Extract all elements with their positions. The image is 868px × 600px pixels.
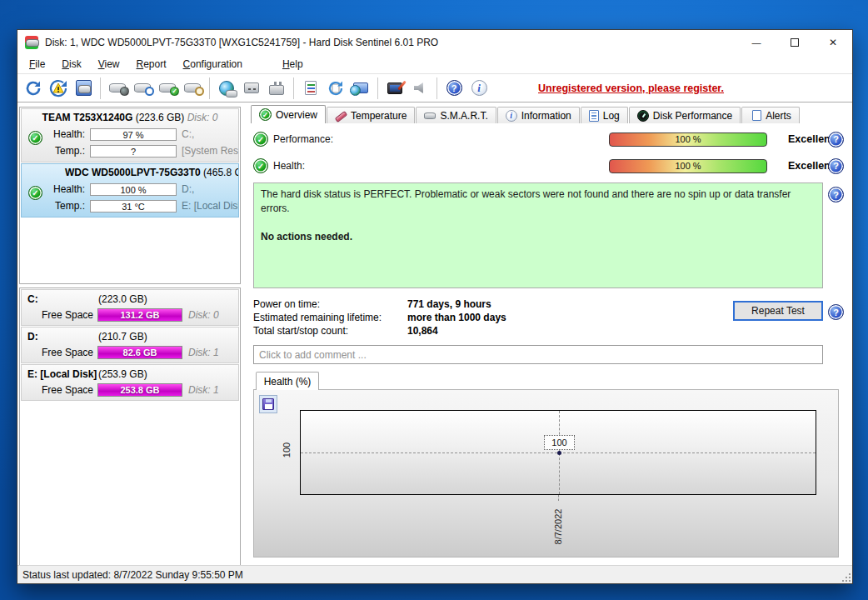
temp-label: Temp.: [47,200,85,212]
menu-bar: File Disk View Report Configuration Help [17,55,852,74]
disk-search-icon[interactable] [180,76,205,101]
disk-title: TEAM T253X1240G (223.6 GB) Disk: 0 [22,112,238,123]
tab-strip: Overview Temperature S.M.A.R.T. Informat… [251,105,801,123]
free-space-label: Free Space [42,309,93,321]
close-button[interactable] [814,30,852,55]
menu-view[interactable]: View [90,56,128,72]
tab-temperature[interactable]: Temperature [327,107,415,123]
volume-disk-label: Disk: 1 [188,347,219,358]
toolbar-separator [209,78,210,99]
tab-smart[interactable]: S.M.A.R.T. [416,107,496,123]
toolbar: Unregistered version, please register. [17,74,852,102]
help-icon[interactable] [828,132,844,148]
volume-item-d[interactable]: D: (210.7 GB) Free Space 82.6 GB Disk: 1 [21,327,239,363]
sync-icon[interactable] [323,76,348,101]
health-label: Health: [47,183,85,195]
tab-log[interactable]: Log [581,107,628,123]
volume-list: C: (223.0 GB) Free Space 131.2 GB Disk: … [19,288,241,566]
toolbar-separator [100,78,101,99]
repeat-test-button[interactable]: Repeat Test [733,301,823,321]
volume-name: C: [27,293,38,305]
volume-letters: E: [Local Disk] [182,200,239,212]
disk-power-icon[interactable] [105,76,130,101]
remote-monitor-icon[interactable] [348,76,373,101]
health-meter: 100 % [609,159,767,173]
free-space-bar: 82.6 GB [97,346,182,359]
minimize-button[interactable] [737,30,776,55]
pages-icon [752,110,761,121]
performance-label: Performance: [273,133,333,145]
menu-report[interactable]: Report [128,56,175,72]
disk-icon [424,112,436,119]
disk-ok-icon[interactable] [155,76,180,101]
sound-icon[interactable] [407,76,432,101]
error-scan-icon[interactable] [46,76,71,101]
report-icon[interactable] [298,76,323,101]
help-icon[interactable] [441,76,466,101]
resize-grip[interactable] [841,572,851,582]
log-document-icon [589,110,599,122]
disk-tray-icon[interactable] [239,76,264,101]
floppy-icon [262,398,274,410]
volume-letters: C:, [182,128,239,140]
disk-plug-icon[interactable] [264,76,289,101]
save-chart-button[interactable] [259,395,277,413]
network-disk-icon[interactable] [214,76,239,101]
disk-list-item-1-selected[interactable]: WDC WD5000LPVT-75G33T0 (465.8 GB) Disk: … [21,163,239,218]
tab-information[interactable]: Information [497,107,580,123]
tab-overview[interactable]: Overview [251,105,326,123]
maximize-button[interactable] [776,30,814,55]
stat-remaining-lifetime: Estimated remaining lifetime:more than 1… [253,312,382,325]
temp-bar: 31 °C [90,200,177,212]
help-icon[interactable] [828,304,844,320]
menu-disk[interactable]: Disk [53,56,89,72]
volume-item-c[interactable]: C: (223.0 GB) Free Space 131.2 GB Disk: … [21,289,239,326]
disk-list-item-0[interactable]: TEAM T253X1240G (223.6 GB) Disk: 0 Healt… [21,108,239,162]
thermometer-icon [335,111,347,121]
menu-help[interactable]: Help [274,56,312,72]
gauge-icon [637,110,649,122]
volume-disk-label: Disk: 0 [188,309,219,321]
volume-size: (253.9 GB) [98,368,147,380]
health-chart-tab[interactable]: Health (%) [256,372,319,390]
toolbar-separator [436,78,437,99]
comment-input[interactable] [253,345,823,364]
info-icon [506,110,517,122]
status-bar-text: Status last updated: 8/7/2022 Sunday 9:5… [22,569,243,581]
disk-status-textbox: The hard disk status is PERFECT. Problem… [253,182,823,288]
register-link[interactable]: Unregistered version, please register. [538,82,724,94]
performance-meter: 100 % [609,132,767,147]
volume-name: E: [Local Disk] [27,368,97,380]
disk-window-icon[interactable] [71,76,96,101]
refresh-icon[interactable] [21,76,46,101]
data-point-label: 100 [544,435,575,450]
axis-tick-line [558,495,559,501]
disk-list: TEAM T253X1240G (223.6 GB) Disk: 0 Healt… [19,107,241,284]
info-icon[interactable] [466,76,491,101]
data-point [557,451,561,455]
y-axis-tick: 100 [282,439,292,461]
temp-label: Temp.: [47,145,85,157]
help-icon[interactable] [828,187,844,202]
toolbar-separator [293,78,294,99]
disk-clock-icon[interactable] [130,76,155,101]
settings-icon[interactable] [382,76,407,101]
health-chart-panel: Health (%) 100 100 8/7/2022 [253,372,839,558]
stat-power-on-time: Power on time:771 days, 9 hours [253,298,320,312]
health-bar: 100 % [90,183,177,196]
free-space-bar: 253.8 GB [97,383,182,397]
title-bar[interactable]: Disk: 1, WDC WD5000LPVT-75G33T0 [WXG1C52… [17,30,852,55]
volume-item-e[interactable]: E: [Local Disk] (253.9 GB) Free Space 25… [21,364,239,401]
tab-disk-performance[interactable]: Disk Performance [629,107,741,123]
tab-alerts[interactable]: Alerts [741,107,800,123]
volume-disk-label: Disk: 1 [188,384,219,396]
toolbar-separator [377,78,378,99]
volume-letters: D:, [182,183,239,195]
menu-file[interactable]: File [21,56,53,72]
menu-configuration[interactable]: Configuration [175,56,251,72]
free-space-label: Free Space [42,347,93,358]
help-icon[interactable] [828,158,844,174]
disk-title: WDC WD5000LPVT-75G33T0 (465.8 GB) Disk: … [22,167,238,178]
overview-check-icon [259,108,272,121]
status-text: The hard disk status is PERFECT. Problem… [261,188,816,216]
